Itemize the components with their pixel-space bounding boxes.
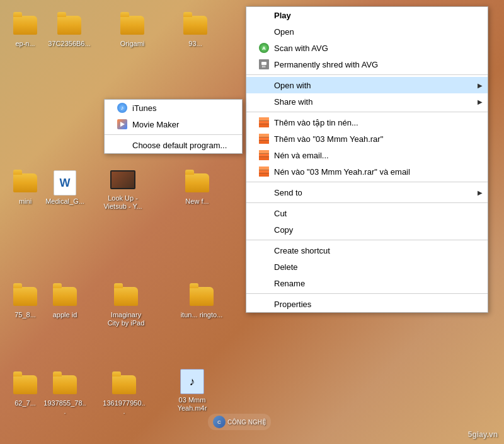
cut-icon — [259, 208, 269, 218]
word-icon: W — [54, 170, 76, 196]
open-icon — [259, 26, 269, 37]
icon-label: 93... — [188, 40, 202, 48]
menu-item-open[interactable]: Open — [246, 23, 488, 40]
open-with-submenu: ♪ iTunes Movie Maker Choose default prog… — [104, 99, 243, 154]
open-with-icon — [259, 80, 269, 90]
menu-item-copy[interactable]: Copy — [246, 221, 488, 238]
menu-item-add-archive[interactable]: Thêm vào tập tin nén... — [246, 114, 488, 131]
menu-item-delete[interactable]: Delete — [246, 259, 488, 275]
menu-label: Properties — [274, 300, 311, 309]
desktop-icon-ep[interactable]: ep-n... — [3, 13, 47, 48]
desktop-icon-93[interactable]: 93... — [173, 13, 217, 48]
menu-item-compress-email[interactable]: Nén và email... — [246, 147, 488, 163]
menu-label: Delete — [274, 262, 298, 272]
choose-program-icon — [117, 140, 127, 150]
separator — [246, 202, 488, 203]
delete-icon — [259, 262, 269, 272]
rar-icon-3 — [259, 150, 269, 160]
icon-label: 1361977950... — [102, 399, 146, 416]
video-thumbnail — [110, 170, 135, 189]
desktop-icon-imaginary[interactable]: Imaginary City by iPad — [104, 284, 148, 327]
svg-rect-2 — [263, 66, 264, 67]
icon-label: ep-n... — [15, 40, 35, 48]
shredder-icon — [259, 59, 269, 69]
desktop-icon-37c[interactable]: 37C2356B6... — [47, 13, 91, 48]
separator — [246, 182, 488, 182]
desktop-icon-medical[interactable]: W Medical_G... — [43, 170, 87, 206]
menu-label: Nén và email... — [274, 151, 329, 160]
rar-icon-4 — [259, 166, 269, 177]
desktop-icon-62[interactable]: 62_7... — [3, 372, 47, 407]
menu-item-open-with[interactable]: Open with ▶ — [246, 77, 488, 93]
menu-item-create-shortcut[interactable]: Create shortcut — [246, 242, 488, 259]
desktop-icon-origami[interactable]: Origami — [110, 13, 154, 48]
rar-icon-2 — [259, 134, 269, 144]
svg-rect-1 — [262, 66, 263, 67]
menu-label: Open with — [274, 81, 311, 90]
icon-label: 75_8... — [14, 311, 36, 319]
menu-label: Cut — [274, 209, 287, 218]
context-menu: Play Open A Scan with AVG — [246, 6, 488, 313]
menu-label: Share with — [274, 97, 312, 107]
properties-icon — [259, 299, 269, 309]
icon-label: mini — [19, 197, 32, 206]
icon-label: Look Up - Vietsub - Y... — [101, 194, 145, 211]
desktop-icon-appleid[interactable]: apple id — [43, 284, 87, 319]
submenu-item-choose-default[interactable]: Choose default program... — [105, 137, 242, 153]
desktop-icon-lookup[interactable]: Look Up - Vietsub - Y... — [101, 167, 145, 211]
icon-label: itun... ringto... — [181, 311, 223, 319]
submenu-separator — [105, 134, 242, 135]
menu-item-add-rar[interactable]: Thêm vào "03 Mmm Yeah.rar" — [246, 131, 488, 147]
submenu-item-moviemaker[interactable]: Movie Maker — [105, 116, 242, 132]
icon-label: Medical_G... — [45, 197, 84, 206]
menu-label: Thêm vào tập tin nén... — [274, 118, 358, 127]
separator — [246, 112, 488, 112]
play-icon — [259, 10, 269, 20]
desktop-icon-03mmm[interactable]: ♪ 03 Mmm Yeah.m4r — [167, 369, 217, 412]
menu-item-shred-avg[interactable]: Permanently shred with AVG — [246, 56, 488, 73]
desktop-icon-newf[interactable]: New f... — [175, 170, 219, 206]
rar-icon — [259, 117, 269, 127]
separator — [246, 240, 488, 240]
shortcut-icon — [259, 245, 269, 255]
svg-rect-0 — [261, 62, 266, 65]
submenu-label: Movie Maker — [132, 120, 179, 129]
icon-label: 37C2356B6... — [48, 40, 90, 48]
menu-item-play[interactable]: Play — [246, 7, 488, 23]
submenu-arrow-icon: ▶ — [478, 82, 483, 89]
icon-label: Imaginary City by iPad — [104, 311, 148, 327]
menu-label: Copy — [274, 225, 293, 235]
itunes-icon: ♪ — [117, 103, 127, 113]
menu-label: Permanently shred with AVG — [274, 60, 378, 69]
submenu-label: iTunes — [132, 103, 157, 113]
copy-icon — [259, 225, 269, 235]
menu-item-cut[interactable]: Cut — [246, 205, 488, 221]
desktop-icon-1937[interactable]: 1937855_78... — [43, 372, 87, 416]
submenu-label: Choose default program... — [132, 141, 227, 150]
menu-label: Rename — [274, 279, 305, 288]
icon-label: 62_7... — [14, 399, 36, 407]
menu-label: Scan with AVG — [274, 44, 328, 53]
desktop: ep-n... 37C2356B6... Origami 93... mini … — [0, 0, 504, 444]
logo-text: CÔNG NGHỆ — [227, 419, 266, 426]
avg-scan-icon: A — [259, 43, 269, 53]
desktop-icon-itun[interactable]: itun... ringto... — [180, 284, 224, 319]
submenu-arrow-icon: ▶ — [478, 98, 483, 105]
menu-item-compress-rar-email[interactable]: Nén vào "03 Mmm Yeah.rar" và email — [246, 163, 488, 180]
submenu-item-itunes[interactable]: ♪ iTunes — [105, 100, 242, 116]
menu-item-send-to[interactable]: Send to ▶ — [246, 184, 488, 201]
icon-label: 1937855_78... — [43, 399, 87, 416]
desktop-icon-1361[interactable]: 1361977950... — [102, 372, 146, 416]
menu-item-properties[interactable]: Properties — [246, 296, 488, 312]
menu-item-rename[interactable]: Rename — [246, 275, 488, 291]
submenu-arrow-icon: ▶ — [478, 189, 483, 196]
menu-item-scan-avg[interactable]: A Scan with AVG — [246, 40, 488, 56]
send-to-icon — [259, 187, 269, 197]
icon-label: New f... — [185, 197, 209, 206]
menu-label: Nén vào "03 Mmm Yeah.rar" và email — [274, 167, 410, 177]
icon-label: 03 Mmm Yeah.m4r — [167, 396, 217, 412]
menu-item-share-with[interactable]: Share with ▶ — [246, 93, 488, 110]
desktop-icon-75[interactable]: 75_8... — [3, 284, 47, 319]
separator — [246, 74, 488, 75]
desktop-icon-mini[interactable]: mini — [3, 170, 47, 206]
